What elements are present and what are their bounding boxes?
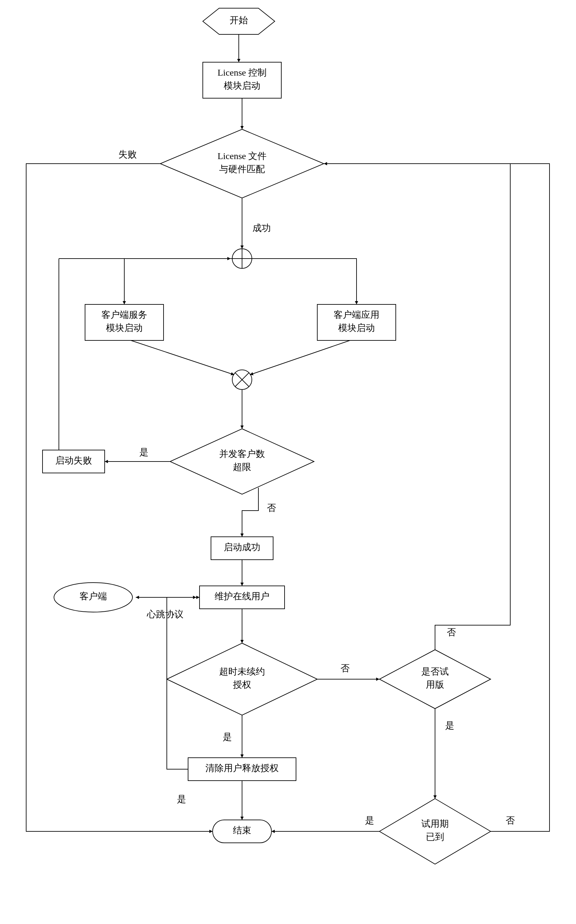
match-line1: License 文件 xyxy=(218,151,267,161)
node-end: 结束 xyxy=(213,820,272,843)
match-line2: 与硬件匹配 xyxy=(219,164,265,174)
svg-marker-16 xyxy=(167,643,317,715)
label-no-auth: 否 xyxy=(341,663,350,673)
svg-marker-17 xyxy=(379,650,491,709)
client-app-line1: 客户端应用 xyxy=(334,310,379,320)
maintain-label: 维护在线用户 xyxy=(214,591,269,601)
node-trial: 是否试 用版 xyxy=(379,650,491,709)
client-service-line1: 客户端服务 xyxy=(101,310,147,320)
label-fail: 失败 xyxy=(118,149,137,159)
label-yes-trial: 是 xyxy=(445,720,454,731)
edge-plus-app xyxy=(252,258,357,305)
end-auth-line1: 超时未续约 xyxy=(219,666,265,677)
edge-service-x xyxy=(131,340,234,375)
end-label: 结束 xyxy=(233,825,251,835)
node-match: License 文件 与硬件匹配 xyxy=(160,129,324,198)
label-success: 成功 xyxy=(253,223,271,233)
node-license-start: License 控制 模块启动 xyxy=(203,62,281,98)
label-no-trial: 否 xyxy=(447,627,456,637)
node-client-service: 客户端服务 模块启动 xyxy=(85,305,163,340)
node-client: 客户端 xyxy=(54,582,133,612)
clear-label: 清除用户释放授权 xyxy=(205,763,279,773)
node-start-ok: 启动成功 xyxy=(211,537,273,560)
node-join-plus xyxy=(232,249,252,268)
start-fail-label: 启动失败 xyxy=(55,455,92,465)
client-service-line2: 模块启动 xyxy=(106,323,142,333)
trial-due-line1: 试用期 xyxy=(421,819,449,829)
edge-due-no-match xyxy=(324,164,549,831)
start-label: 开始 xyxy=(230,15,248,25)
trial-due-line2: 已到 xyxy=(426,832,444,842)
label-yes-overlimit: 是 xyxy=(139,447,149,457)
label-yes-due: 是 xyxy=(365,815,374,826)
node-start: 开始 xyxy=(203,8,275,34)
node-end-auth: 超时未续约 授权 xyxy=(167,643,317,715)
node-trial-due: 试用期 已到 xyxy=(379,799,491,864)
client-app-line2: 模块启动 xyxy=(338,323,375,333)
trial-line1: 是否试 xyxy=(421,666,449,677)
node-clear: 清除用户释放授权 xyxy=(188,758,296,781)
license-start-line1: License 控制 xyxy=(218,67,267,78)
label-heartbeat: 心跳协议 xyxy=(147,609,184,619)
label-no-due: 否 xyxy=(506,815,515,826)
node-client-app: 客户端应用 模块启动 xyxy=(317,305,396,340)
overlimit-line2: 超限 xyxy=(233,462,251,472)
edge-match-fail-end xyxy=(26,164,213,831)
start-ok-label: 启动成功 xyxy=(224,542,260,552)
flowchart: 开始 License 控制 模块启动 License 文件 与硬件匹配 客户端服… xyxy=(0,0,576,924)
trial-line2: 用版 xyxy=(426,680,444,690)
svg-marker-19 xyxy=(379,799,491,864)
label-yes-clear: 是 xyxy=(177,794,186,804)
node-start-fail: 启动失败 xyxy=(43,450,105,473)
svg-marker-2 xyxy=(160,129,324,198)
edge-overlimit-ok xyxy=(242,488,258,537)
node-join-x xyxy=(232,370,252,390)
edge-app-x xyxy=(250,340,350,375)
end-auth-line2: 授权 xyxy=(233,680,251,690)
client-label: 客户端 xyxy=(80,591,107,601)
label-no-overlimit: 否 xyxy=(267,503,276,513)
edge-trial-no-match xyxy=(324,164,510,650)
label-yes-auth: 是 xyxy=(223,732,232,742)
overlimit-line1: 并发客户数 xyxy=(219,449,265,459)
node-overlimit: 并发客户数 超限 xyxy=(170,429,314,494)
svg-marker-11 xyxy=(170,429,314,494)
node-maintain: 维护在线用户 xyxy=(200,586,285,609)
license-start-line2: 模块启动 xyxy=(224,80,260,91)
